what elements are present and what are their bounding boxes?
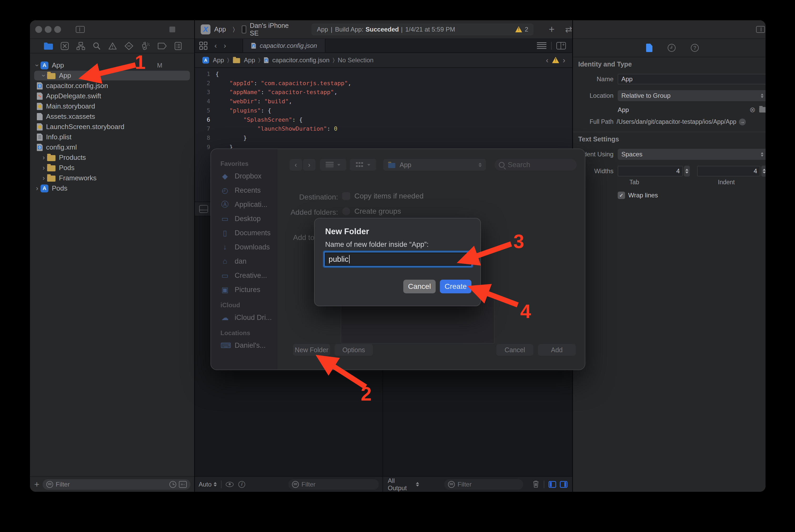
breadcrumb-group[interactable]: App — [244, 57, 255, 64]
tree-item-app[interactable]: ›AAppM — [30, 60, 194, 71]
variables-scope-select[interactable]: Auto — [199, 481, 217, 488]
choose-folder-icon[interactable] — [759, 107, 765, 113]
test-navigator-icon[interactable] — [124, 42, 133, 50]
tab-width-stepper[interactable] — [684, 166, 690, 177]
console-output-select[interactable]: All Output — [388, 477, 419, 492]
sidebar-item-recents[interactable]: ◴Recents — [211, 183, 277, 197]
disclosure-chevron-icon[interactable]: › — [33, 62, 41, 69]
recent-files-icon[interactable] — [169, 481, 176, 488]
reveal-in-finder-icon[interactable]: → — [739, 118, 746, 126]
debug-navigator-icon[interactable] — [141, 41, 150, 51]
add-editor-icon[interactable] — [556, 42, 566, 50]
tree-item-main-storyboard[interactable]: Main.storyboard — [30, 101, 194, 111]
sidebar-item-documents[interactable]: ▯Documents — [211, 226, 277, 240]
sidebar-item-pictures[interactable]: ▣Pictures — [211, 283, 277, 297]
previous-issue-icon[interactable]: ‹ — [546, 56, 548, 65]
options-button[interactable]: Options — [335, 344, 373, 356]
breakpoint-navigator-icon[interactable] — [157, 42, 167, 50]
disclosure-chevron-icon[interactable]: › — [40, 174, 47, 182]
toggle-navigator-icon[interactable] — [76, 26, 85, 33]
warning-count[interactable]: 2 — [525, 26, 528, 33]
editor-tab[interactable]: {} capacitor.config.json — [242, 39, 325, 52]
tree-item-config-xml[interactable]: {}config.xml — [30, 142, 194, 152]
toggle-inspector-icon[interactable] — [756, 26, 765, 33]
tree-item-products[interactable]: ›Products — [30, 152, 194, 163]
sidebar-item-dan[interactable]: ⌂dan — [211, 254, 277, 268]
run-destination[interactable]: Dan's iPhone SE — [250, 22, 299, 37]
tree-item-pods[interactable]: ›APods — [30, 183, 194, 193]
source-control-navigator-icon[interactable] — [60, 42, 69, 50]
help-inspector-icon[interactable]: ? — [691, 44, 699, 52]
warning-icon[interactable] — [516, 26, 522, 32]
disclosure-chevron-icon[interactable]: › — [40, 164, 47, 172]
current-folder-select[interactable]: App — [383, 159, 486, 171]
breadcrumb-file[interactable]: capacitor.config.json — [272, 57, 329, 64]
symbol-navigator-icon[interactable] — [76, 42, 85, 50]
find-navigator-icon[interactable] — [92, 42, 101, 50]
sidebar-item-creative-[interactable]: ▭Creative... — [211, 268, 277, 283]
minimize-window-button[interactable] — [45, 26, 52, 33]
search-field[interactable]: Search — [494, 159, 577, 171]
sidebar-item-desktop[interactable]: ▭Desktop — [211, 212, 277, 226]
back-icon[interactable]: ‹ — [214, 41, 217, 50]
create-groups-radio[interactable] — [342, 207, 350, 215]
forward-icon[interactable]: › — [223, 41, 226, 50]
tree-item-launchscreen-storyboard[interactable]: LaunchScreen.storyboard — [30, 122, 194, 132]
indent-width-field[interactable]: 4 — [697, 166, 760, 176]
console-filter-field[interactable]: Filter — [444, 479, 523, 490]
tab-width-field[interactable]: 4 — [618, 166, 683, 176]
disclosure-chevron-icon[interactable]: › — [34, 184, 40, 192]
warning-icon[interactable] — [552, 57, 559, 63]
next-issue-icon[interactable]: › — [563, 56, 565, 65]
tree-item-frameworks[interactable]: ›Frameworks — [30, 173, 194, 183]
add-file-button[interactable]: + — [34, 479, 39, 489]
variables-filter-field[interactable]: Filter — [288, 479, 379, 490]
version-editor-icon[interactable]: ⇄ — [565, 24, 572, 34]
library-button[interactable]: + — [549, 24, 555, 35]
disclosure-chevron-icon[interactable]: › — [40, 153, 47, 162]
scheme-name[interactable]: App — [214, 25, 226, 33]
sidebar-item-daniel-s-[interactable]: ⌨Daniel's... — [211, 338, 277, 353]
file-inspector-icon[interactable] — [646, 44, 652, 52]
cancel-button[interactable]: Cancel — [496, 344, 533, 356]
navigator-filter-field[interactable]: Filter +- — [42, 479, 191, 490]
name-field[interactable]: App — [618, 74, 765, 84]
folder-name-input[interactable]: public — [325, 252, 471, 266]
toggle-variables-view-icon[interactable] — [548, 481, 556, 488]
tree-item-appdelegate-swift[interactable]: ∿AppDelegate.swift — [30, 91, 194, 101]
history-inspector-icon[interactable] — [668, 44, 675, 52]
clear-location-icon[interactable]: ⊗ — [749, 106, 756, 114]
tree-item-info-plist[interactable]: Info.plist — [30, 132, 194, 142]
indent-width-stepper[interactable] — [761, 166, 765, 177]
hide-debug-area-icon[interactable] — [199, 205, 208, 213]
sidebar-item-applicati-[interactable]: ⒶApplicati... — [211, 197, 277, 212]
copy-items-checkbox[interactable] — [342, 192, 350, 200]
sidebar-item-downloads[interactable]: ↓Downloads — [211, 240, 277, 254]
wrap-lines-checkbox[interactable]: ✓ — [618, 192, 625, 199]
tree-item-assets-xcassets[interactable]: Assets.xcassets — [30, 111, 194, 122]
location-select[interactable]: Relative to Group — [618, 90, 765, 101]
issue-navigator-icon[interactable] — [108, 42, 117, 50]
icon-view-button[interactable] — [350, 159, 376, 171]
breadcrumb-project[interactable]: App — [213, 57, 224, 64]
tree-item-pods[interactable]: ›Pods — [30, 163, 194, 173]
create-button[interactable]: Create — [440, 280, 471, 293]
info-icon[interactable]: i — [238, 481, 245, 488]
close-window-button[interactable] — [35, 26, 42, 33]
back-button[interactable]: ‹ — [290, 159, 302, 171]
adjust-editor-icon[interactable] — [537, 42, 546, 49]
list-view-button[interactable] — [320, 159, 346, 171]
forward-button[interactable]: › — [303, 159, 315, 171]
add-button[interactable]: Add — [538, 344, 576, 356]
disclosure-chevron-icon[interactable]: › — [40, 72, 48, 79]
cancel-button[interactable]: Cancel — [403, 280, 436, 293]
toggle-console-icon[interactable] — [560, 481, 567, 488]
zoom-window-button[interactable] — [54, 26, 61, 33]
create-groups-option[interactable]: Create groups — [342, 207, 401, 215]
new-folder-button[interactable]: New Folder — [293, 344, 330, 356]
stop-button[interactable] — [169, 26, 175, 32]
source-control-status-icon[interactable]: +- — [179, 481, 187, 488]
report-navigator-icon[interactable] — [174, 42, 182, 50]
sidebar-item-icloud-dri-[interactable]: ☁iCloud Dri... — [211, 310, 277, 325]
breadcrumb-selection[interactable]: No Selection — [338, 57, 374, 64]
